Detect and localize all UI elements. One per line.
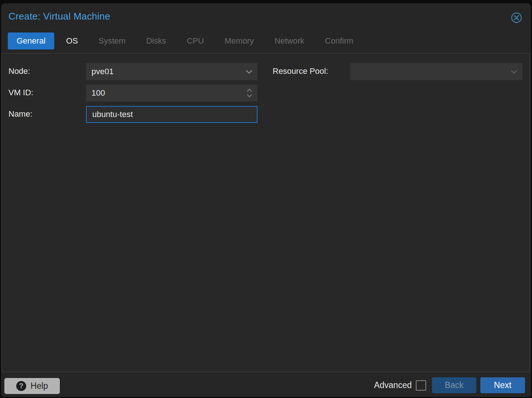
name-label: Name: [8,106,32,123]
node-combobox[interactable] [86,63,258,80]
back-button[interactable]: Back [432,377,476,393]
vmid-spinner-arrows-icon[interactable] [246,85,253,102]
tab-system[interactable]: System [90,32,134,49]
advanced-label: Advanced [374,380,412,390]
footer-actions: Advanced Back Next [374,377,525,393]
vmid-spinner[interactable] [86,85,258,102]
help-button[interactable]: ? Help [4,378,60,394]
question-mark-icon: ? [16,381,26,391]
next-button[interactable]: Next [480,377,525,393]
tab-os[interactable]: OS [57,32,87,49]
resource-pool-input[interactable] [350,63,522,80]
vmid-input[interactable] [86,85,258,102]
close-icon[interactable] [511,12,522,24]
name-field[interactable] [86,106,258,123]
wizard-tabs: General OS System Disks CPU Memory Netwo… [8,32,362,49]
tab-cpu[interactable]: CPU [178,32,213,49]
tab-general[interactable]: General [8,32,54,49]
node-dropdown-chevron-down-icon[interactable] [245,63,253,80]
create-vm-dialog: Create: Virtual Machine General OS Syste… [1,3,531,397]
vmid-label: VM ID: [8,84,33,101]
tab-memory[interactable]: Memory [216,32,263,49]
resource-pool-chevron-down-icon[interactable] [510,63,518,80]
tab-confirm[interactable]: Confirm [316,32,362,49]
node-label: Node: [8,63,30,80]
node-input[interactable] [86,63,258,80]
name-input[interactable] [87,107,257,122]
dialog-title: Create: Virtual Machine [8,11,110,22]
resource-pool-label: Resource Pool: [273,63,328,80]
help-button-label: Help [31,381,48,391]
general-tab-panel: Node: VM ID: Name: Resource Pool: [1,53,530,372]
resource-pool-combobox[interactable] [350,63,522,80]
advanced-checkbox[interactable] [416,380,426,391]
tab-disks[interactable]: Disks [137,32,175,49]
tab-network[interactable]: Network [266,32,313,49]
